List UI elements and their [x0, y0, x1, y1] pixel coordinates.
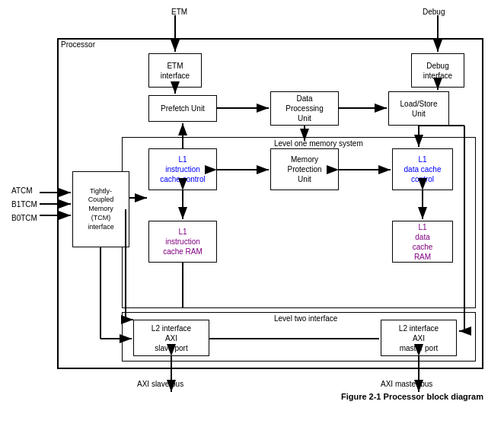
- processor-label: Processor: [61, 40, 95, 49]
- debug-label: Debug: [423, 8, 445, 16]
- axi-slave-bus-label: AXI slave bus: [137, 380, 183, 388]
- l1-data-cache-control-block: L1data cachecontrol: [392, 148, 453, 190]
- level-one-label: Level one memory system: [274, 139, 363, 148]
- prefetch-unit-block: Prefetch Unit: [148, 95, 217, 122]
- level-two-label: Level two interface: [274, 314, 337, 323]
- data-processing-unit-block: DataProcessingUnit: [270, 91, 339, 126]
- atcm-label: ATCM: [11, 186, 33, 195]
- tcm-interface-block: Tightly-CoupledMemory(TCM)interface: [72, 171, 129, 247]
- page: ETM Debug ATCM B1TCM B0TCM AXI slave bus…: [0, 0, 504, 430]
- figure-caption: Figure 2-1 Processor block diagram: [341, 392, 483, 401]
- etm-label: ETM: [171, 8, 187, 16]
- axi-master-bus-label: AXI master bus: [381, 380, 432, 388]
- b1tcm-label: B1TCM: [11, 200, 37, 209]
- memory-protection-unit-block: MemoryProtectionUnit: [270, 148, 339, 190]
- l1-instruction-cache-control-block: L1instructioncache control: [148, 148, 217, 190]
- l2-axi-slave-block: L2 interfaceAXIslave port: [133, 320, 209, 356]
- debug-interface-block: Debuginterface: [411, 53, 464, 88]
- l2-axi-master-block: L2 interfaceAXImaster port: [381, 320, 457, 356]
- b0tcm-label: B0TCM: [11, 214, 37, 222]
- load-store-unit-block: Load/StoreUnit: [388, 91, 449, 126]
- diagram-area: ETM Debug ATCM B1TCM B0TCM AXI slave bus…: [8, 4, 495, 407]
- l1-instruction-cache-ram-block: L1instructioncache RAM: [148, 221, 217, 263]
- l1-data-cache-ram-block: L1datacacheRAM: [392, 221, 453, 263]
- etm-interface-block: ETM interface: [148, 53, 202, 88]
